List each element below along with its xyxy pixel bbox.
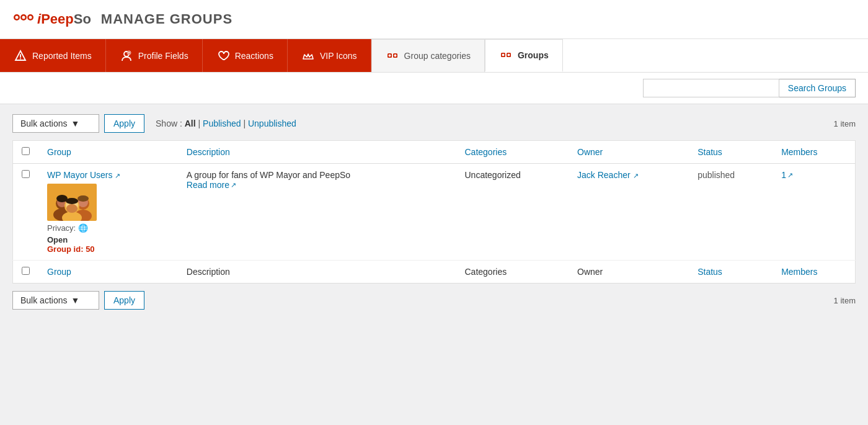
logo-icon: [12, 9, 35, 30]
select-all-checkbox[interactable]: [22, 147, 30, 155]
logo: iPeepSo: [12, 9, 91, 30]
main-content: Bulk actions ▼ Apply Show : All | Publis…: [0, 104, 868, 320]
owner-cell: Jack Reacher ↗: [569, 164, 689, 261]
footer-col-description: Description: [178, 261, 456, 284]
footer-col-categories: Categories: [456, 261, 569, 284]
alert-icon: [14, 49, 27, 63]
svg-point-4: [22, 16, 25, 19]
tab-reported-items[interactable]: Reported Items: [0, 39, 106, 72]
nav-tabs: Reported Items Profile Fields: [0, 39, 868, 73]
col-header-members[interactable]: Members: [773, 141, 855, 164]
footer-col-status[interactable]: Status: [689, 261, 773, 284]
row-checkbox[interactable]: [22, 170, 30, 178]
page-title: MANAGE GROUPS: [101, 11, 232, 27]
filter-unpublished[interactable]: Unpublished: [248, 119, 296, 128]
groups-icon: [499, 48, 513, 62]
groups-table: Group Description Categories Owner Statu…: [12, 140, 856, 284]
show-label: Show :: [156, 119, 182, 128]
page-wrapper: iPeepSo MANAGE GROUPS Reported Items: [0, 0, 868, 425]
groups-cat-icon: [386, 49, 399, 63]
group-name-link[interactable]: WP Mayor Users ↗: [47, 170, 120, 180]
footer-col-owner: Owner: [569, 261, 689, 284]
tab-reported-items-label: Reported Items: [32, 51, 92, 61]
read-more-link[interactable]: Read more ↗: [187, 180, 236, 190]
svg-point-3: [16, 16, 19, 19]
tab-reactions-label: Reactions: [235, 51, 273, 61]
col-header-owner: Owner: [569, 141, 689, 164]
tab-profile-fields-label: Profile Fields: [138, 51, 188, 61]
group-privacy-type: Open: [47, 235, 169, 244]
group-cell: WP Mayor Users ↗: [38, 164, 178, 261]
chevron-down-icon-bottom: ▼: [71, 295, 79, 305]
item-count-top: 1 item: [834, 119, 856, 128]
bulk-actions-label: Bulk actions: [20, 119, 67, 128]
apply-button-bottom[interactable]: Apply: [104, 291, 144, 310]
table-row: WP Mayor Users ↗: [13, 164, 856, 261]
tab-group-categories-label: Group categories: [404, 51, 471, 61]
footer-col-group[interactable]: Group: [38, 261, 178, 284]
read-more-external-icon: ↗: [231, 181, 236, 189]
tab-reactions[interactable]: Reactions: [203, 39, 288, 72]
members-cell: 1 ↗: [773, 164, 855, 261]
bulk-actions-dropdown-bottom[interactable]: Bulk actions ▼: [12, 291, 99, 310]
members-external-icon: ↗: [787, 171, 793, 179]
footer-select-all-checkbox[interactable]: [22, 267, 30, 275]
svg-point-28: [78, 195, 89, 202]
toolbar-top: Bulk actions ▼ Apply Show : All | Publis…: [12, 114, 856, 133]
row-checkbox-cell: [13, 164, 39, 261]
footer-checkbox-col: [13, 261, 39, 284]
person-icon: [120, 49, 133, 63]
apply-button-top[interactable]: Apply: [104, 114, 144, 133]
bulk-actions-label-bottom: Bulk actions: [20, 295, 67, 305]
group-avatar: [47, 184, 97, 221]
tab-group-categories[interactable]: Group categories: [371, 39, 485, 72]
svg-point-33: [66, 198, 78, 204]
svg-point-32: [66, 204, 78, 213]
search-input[interactable]: [643, 79, 779, 97]
heart-icon: [216, 49, 230, 63]
col-header-description: Description: [178, 141, 456, 164]
search-groups-button[interactable]: Search Groups: [779, 79, 856, 97]
tab-profile-fields[interactable]: Profile Fields: [106, 39, 203, 72]
categories-cell: Uncategorized: [456, 164, 569, 261]
search-area: Search Groups: [0, 73, 868, 104]
table-footer-header-row: Group Description Categories Owner Statu…: [13, 261, 856, 284]
filter-published[interactable]: Published: [203, 119, 241, 128]
filter-separator-1: |: [198, 119, 203, 128]
toolbar-bottom: Bulk actions ▼ Apply 1 item: [12, 291, 856, 310]
status-cell: published: [689, 164, 773, 261]
footer-col-members[interactable]: Members: [773, 261, 855, 284]
privacy-icon: 🌐: [78, 223, 88, 233]
col-header-status[interactable]: Status: [689, 141, 773, 164]
logo-brand: iPeepSo: [37, 11, 91, 27]
svg-point-15: [394, 55, 396, 57]
description-text: A group for fans of WP Mayor and PeepSo: [187, 170, 448, 180]
status-value: published: [698, 170, 735, 180]
group-privacy: Privacy: 🌐: [47, 223, 169, 233]
svg-point-7: [20, 58, 21, 59]
owner-external-icon: ↗: [633, 172, 639, 179]
svg-point-14: [388, 55, 391, 57]
item-count-bottom: 1 item: [834, 296, 856, 305]
bulk-actions-dropdown[interactable]: Bulk actions ▼: [12, 114, 99, 133]
show-filter: Show : All | Published | Unpublished: [156, 119, 296, 128]
group-id: Group id: 50: [47, 244, 169, 254]
svg-point-18: [502, 54, 504, 56]
col-header-group[interactable]: Group: [38, 141, 178, 164]
tab-vip-icons-label: VIP Icons: [320, 51, 357, 61]
privacy-label: Privacy:: [47, 223, 78, 233]
external-link-icon: ↗: [115, 172, 120, 179]
header-checkbox-col: [13, 141, 39, 164]
svg-point-19: [507, 54, 510, 56]
chevron-down-icon: ▼: [71, 119, 79, 128]
tab-vip-icons[interactable]: VIP Icons: [288, 39, 371, 72]
category-value: Uncategorized: [464, 170, 520, 180]
group-id-value: 50: [86, 244, 94, 254]
tab-groups[interactable]: Groups: [485, 39, 563, 72]
filter-separator-2: |: [243, 119, 248, 128]
owner-link[interactable]: Jack Reacher ↗: [577, 170, 638, 180]
filter-all[interactable]: All: [185, 119, 196, 128]
members-link[interactable]: 1 ↗: [781, 170, 793, 180]
table-header-row: Group Description Categories Owner Statu…: [13, 141, 856, 164]
col-header-categories: Categories: [456, 141, 569, 164]
